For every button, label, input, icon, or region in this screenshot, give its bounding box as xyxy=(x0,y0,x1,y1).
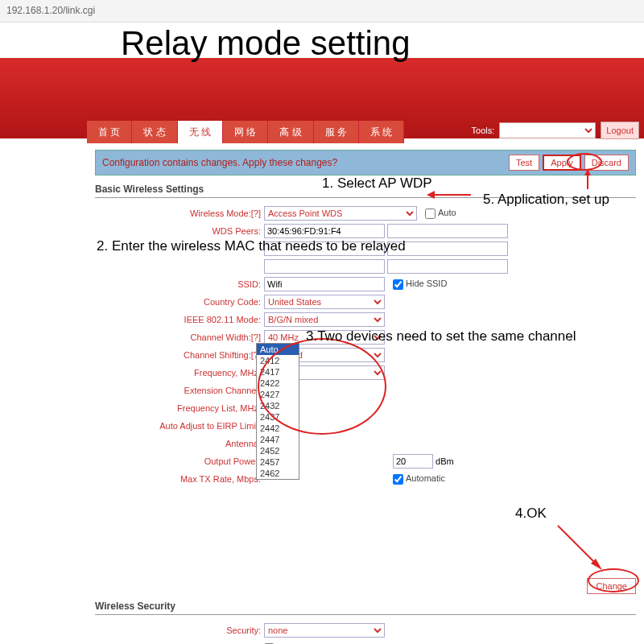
antenna-label: Antenna: xyxy=(95,439,264,448)
basic-form: Wireless Mode:[?] Access Point WDS Auto … xyxy=(95,204,636,488)
freq-option[interactable]: 2452 xyxy=(257,445,299,456)
changes-notice: Configuration contains changes. Apply th… xyxy=(95,150,636,175)
security-form: Security: none MAC ACL: Enabled xyxy=(95,621,636,644)
tab-status[interactable]: 状 态 xyxy=(132,121,177,143)
country-label: Country Code: xyxy=(95,297,264,307)
tools-label: Tools: xyxy=(472,126,495,135)
tab-advanced[interactable]: 高 级 xyxy=(268,121,313,143)
freq-option[interactable]: Auto xyxy=(257,344,299,355)
ieee-label: IEEE 802.11 Mode: xyxy=(95,315,264,324)
discard-button[interactable]: Discard xyxy=(584,155,629,171)
freq-label: Frequency, MHz: xyxy=(95,368,264,378)
freq-option[interactable]: 2442 xyxy=(257,423,299,434)
page-title: Relay mode setting xyxy=(121,24,411,63)
section-basic-title: Basic Wireless Settings xyxy=(95,184,636,198)
wds-peers-input-5[interactable] xyxy=(264,259,385,274)
address-bar[interactable]: 192.168.1.20/link.cgi xyxy=(0,0,644,23)
freq-option[interactable]: 2412 xyxy=(257,355,299,366)
freq-option[interactable]: 2427 xyxy=(257,389,299,400)
eirp-label: Auto Adjust to EIRP Limit: xyxy=(95,421,264,431)
change-button[interactable]: Change xyxy=(587,578,636,594)
apply-button[interactable]: Apply xyxy=(543,155,581,171)
chwidth-label: Channel Width:[?] xyxy=(95,332,264,342)
power-input[interactable] xyxy=(393,454,433,469)
power-label: Output Power: xyxy=(95,456,264,466)
wireless-mode-label: Wireless Mode:[?] xyxy=(95,208,264,218)
wds-peers-input-3[interactable] xyxy=(264,242,385,256)
wds-peers-input-1[interactable] xyxy=(264,224,385,238)
notice-text: Configuration contains changes. Apply th… xyxy=(102,157,337,168)
wireless-mode-auto[interactable]: Auto xyxy=(425,208,456,219)
country-select[interactable]: United States xyxy=(264,295,385,309)
freq-option[interactable]: 2437 xyxy=(257,411,299,423)
maxtx-label: Max TX Rate, Mbps: xyxy=(95,474,264,484)
freq-option[interactable]: 2422 xyxy=(257,378,299,389)
extch-label: Extension Channel: xyxy=(95,386,264,395)
power-unit: dBm xyxy=(436,456,454,466)
freq-dropdown-list[interactable]: Auto 2412 2417 2422 2427 2432 2437 2442 … xyxy=(256,343,299,480)
logout-button[interactable]: Logout xyxy=(601,122,639,139)
freq-option[interactable]: 2432 xyxy=(257,400,299,411)
toolbar: Tools: Logout xyxy=(472,121,639,140)
security-label: Security: xyxy=(95,625,264,635)
test-button[interactable]: Test xyxy=(509,155,539,171)
tab-system[interactable]: 系 统 xyxy=(359,121,404,143)
wds-peers-input-4[interactable] xyxy=(387,242,508,256)
ssid-label: SSID: xyxy=(95,279,264,289)
wds-peers-input-2[interactable] xyxy=(387,224,508,238)
chshift-label: Channel Shifting:[?] xyxy=(95,350,264,360)
maxtx-auto-checkbox[interactable]: Automatic xyxy=(393,473,445,483)
tab-home[interactable]: 首 页 xyxy=(87,121,132,143)
freq-option[interactable]: 2457 xyxy=(257,456,299,468)
freq-option[interactable]: 2462 xyxy=(257,468,299,479)
freqlist-label: Frequency List, MHz: xyxy=(95,403,264,413)
ieee-select[interactable]: B/G/N mixed xyxy=(264,312,385,327)
content-area: Configuration contains changes. Apply th… xyxy=(87,143,644,644)
wireless-mode-select[interactable]: Access Point WDS xyxy=(264,206,417,221)
freq-option[interactable]: 2447 xyxy=(257,434,299,445)
tools-select[interactable] xyxy=(499,122,596,138)
tab-wireless[interactable]: 无 线 xyxy=(178,121,223,143)
wds-peers-label: WDS Peers: xyxy=(95,226,264,236)
wds-peers-input-6[interactable] xyxy=(387,259,508,274)
tab-network[interactable]: 网 络 xyxy=(223,121,268,143)
ssid-input[interactable] xyxy=(264,277,385,291)
section-security-title: Wireless Security xyxy=(95,601,636,615)
freq-option[interactable]: 2417 xyxy=(257,366,299,378)
hide-ssid-checkbox[interactable]: Hide SSID xyxy=(393,279,447,290)
security-select[interactable]: none xyxy=(264,623,385,638)
tab-services[interactable]: 服 务 xyxy=(314,121,359,143)
